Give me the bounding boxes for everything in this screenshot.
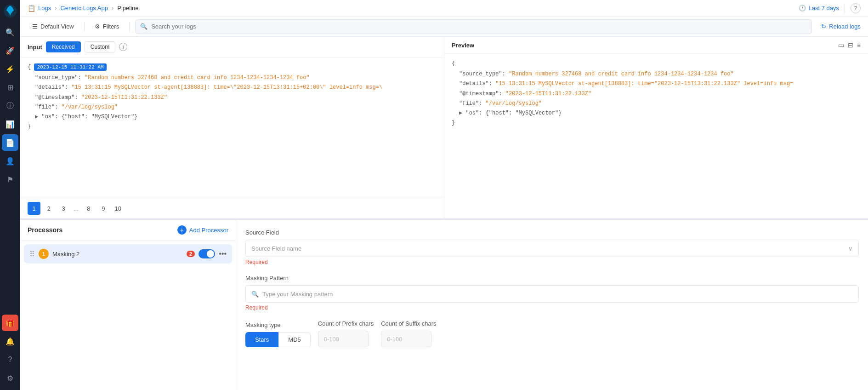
masking-pattern-input-wrap[interactable]: 🔍 Type your Masking pattern [245, 285, 859, 303]
preview-open-brace: { [452, 59, 861, 68]
input-info-icon[interactable]: i [119, 43, 127, 51]
prefix-chars-group: Count of Prefix chars 0-100 [318, 320, 374, 347]
input-panel: Input Received Custom i { 2023-12-15 11:… [20, 37, 444, 218]
processors-panel: Processors + Add Processor ⠿ 1 Masking 2… [20, 220, 236, 390]
breadcrumb-logs[interactable]: Logs [38, 5, 51, 11]
page-btn-10[interactable]: 10 [112, 202, 125, 215]
time-range-label: Last 7 days [809, 5, 840, 11]
top-bar: 📋 Logs › Generic Logs App › Pipeline 🕐 L… [20, 0, 868, 17]
suffix-placeholder: 0-100 [387, 336, 402, 343]
svg-point-3 [9, 7, 11, 9]
preview-line-2: "details": "15 13:31:15 MySQLVector st-a… [459, 80, 861, 88]
default-view-button[interactable]: ☰ Default View [28, 20, 79, 33]
source-field-group: Source Field Source Field name ∨ Require… [245, 229, 859, 265]
masking-type-group: Masking type Stars MD5 [245, 321, 311, 347]
sidebar-icon-settings[interactable]: ⚙ [2, 370, 18, 386]
tab-custom[interactable]: Custom [85, 41, 115, 52]
input-title: Input [28, 44, 42, 51]
sidebar-icon-rocket[interactable]: 🚀 [2, 42, 18, 59]
sidebar-icon-alert[interactable]: ⓘ [2, 98, 18, 114]
default-view-label: Default View [40, 23, 74, 30]
preview-view-icons: ▭ ⊟ ≡ [838, 41, 861, 49]
input-timestamp: 2023-12-15 11:31:22 AM [34, 63, 106, 71]
filter-icon: ⚙ [95, 23, 100, 30]
prefix-chars-input[interactable]: 0-100 [318, 331, 369, 347]
preview-code-area: { "source_type": "Random numbers 327468 … [444, 54, 868, 218]
clock-icon: 🕐 [799, 5, 806, 11]
sidebar-icon-search[interactable]: 🔍 [2, 24, 18, 40]
page-btn-2[interactable]: 2 [42, 202, 55, 215]
source-field-placeholder: Source Field name [251, 245, 301, 252]
processors-header: Processors + Add Processor [20, 220, 236, 241]
page-ellipsis: ... [72, 205, 80, 212]
page-btn-1[interactable]: 1 [28, 202, 40, 215]
preview-panel: Preview ▭ ⊟ ≡ { "source_type": "Random n… [444, 37, 868, 218]
bottom-section: Processors + Add Processor ⠿ 1 Masking 2… [20, 220, 868, 390]
toolbar: ☰ Default View ⚙ Filters 🔍 ↻ Reload logs [20, 17, 868, 37]
input-line-5: ▶ "os": {"host": "MySQLVector"} [35, 113, 437, 121]
sidebar-icon-document[interactable]: 📄 [2, 134, 18, 151]
processor-number: 1 [39, 249, 49, 259]
sidebar: 🔍 🚀 ⚡ ⊞ ⓘ 📊 📄 👤 ⚑ 🎁 🔔 ? ⚙ [0, 0, 20, 390]
preview-icon-single[interactable]: ▭ [838, 41, 844, 49]
top-bar-right: 🕐 Last 7 days ? [799, 3, 861, 13]
suffix-chars-input[interactable]: 0-100 [381, 331, 431, 347]
input-open-brace: { 2023-12-15 11:31:22 AM [28, 63, 437, 72]
sidebar-icon-bell[interactable]: 🔔 [2, 333, 18, 350]
reload-button[interactable]: ↻ Reload logs [821, 23, 861, 30]
config-panel: Source Field Source Field name ∨ Require… [236, 220, 868, 390]
sidebar-icon-flag[interactable]: ⚑ [2, 171, 18, 188]
tab-received[interactable]: Received [46, 41, 81, 52]
processor-list: ⠿ 1 Masking 2 2 ••• [20, 241, 236, 390]
time-range-btn[interactable]: 🕐 Last 7 days [799, 5, 840, 11]
sidebar-icon-layers[interactable]: ⚡ [2, 61, 18, 77]
svg-point-1 [6, 9, 8, 11]
suffix-chars-label: Count of Suffix chars [381, 320, 436, 327]
top-divider [845, 4, 845, 13]
svg-point-2 [12, 9, 14, 11]
masking-options-row: Masking type Stars MD5 Count of Prefix c… [245, 320, 859, 347]
page-btn-9[interactable]: 9 [97, 202, 110, 215]
search-input[interactable] [151, 23, 807, 30]
menu-icon: ☰ [32, 23, 38, 30]
masking-pattern-required: Required [245, 304, 859, 311]
input-line-1: "source_type": "Random numbers 327468 an… [35, 74, 437, 82]
toolbar-divider [84, 22, 85, 31]
breadcrumb-app[interactable]: Generic Logs App [61, 5, 108, 11]
processor-name-label: Masking 2 [52, 251, 183, 258]
breadcrumb-icon: 📋 [28, 5, 35, 12]
input-code-area: { 2023-12-15 11:31:22 AM "source_type": … [20, 57, 444, 198]
masking-type-md5[interactable]: MD5 [278, 332, 310, 347]
preview-icon-list[interactable]: ≡ [857, 41, 861, 49]
add-processor-button[interactable]: + Add Processor [177, 225, 228, 235]
sidebar-icon-grid[interactable]: ⊞ [2, 79, 18, 96]
help-button[interactable]: ? [851, 3, 861, 13]
content-area: Input Received Custom i { 2023-12-15 11:… [20, 37, 868, 390]
sidebar-icon-person[interactable]: 👤 [2, 153, 18, 169]
preview-line-5: ▶ "os": {"host": "MySQLVector"} [459, 109, 861, 118]
processor-item-masking2[interactable]: ⠿ 1 Masking 2 2 ••• [24, 244, 232, 264]
masking-pattern-label: Masking Pattern [245, 275, 859, 281]
sidebar-icon-gift[interactable]: 🎁 [2, 315, 18, 331]
search-box: 🔍 [135, 19, 812, 34]
sidebar-icon-chart[interactable]: 📊 [2, 116, 18, 132]
processor-toggle[interactable] [199, 249, 215, 258]
source-field-chevron: ∨ [848, 245, 853, 252]
input-line-4: "file": "/var/log/syslog" [35, 103, 437, 112]
preview-icon-split[interactable]: ⊟ [848, 41, 853, 49]
processor-more-icon[interactable]: ••• [219, 250, 227, 258]
app-logo[interactable] [3, 4, 17, 18]
masking-type-stars[interactable]: Stars [245, 332, 278, 347]
prefix-placeholder: 0-100 [324, 336, 339, 343]
source-field-select[interactable]: Source Field name ∨ [245, 240, 859, 257]
page-btn-8[interactable]: 8 [82, 202, 95, 215]
page-btn-3[interactable]: 3 [57, 202, 70, 215]
sidebar-icon-help[interactable]: ? [2, 351, 18, 368]
masking-pattern-group: Masking Pattern 🔍 Type your Masking patt… [245, 275, 859, 311]
toolbar-divider-2 [129, 22, 130, 31]
drag-handle-icon[interactable]: ⠿ [29, 250, 35, 258]
filters-button[interactable]: ⚙ Filters [90, 20, 124, 33]
reload-label: Reload logs [829, 23, 861, 30]
reload-icon: ↻ [821, 23, 826, 30]
input-panel-header: Input Received Custom i [20, 37, 444, 57]
